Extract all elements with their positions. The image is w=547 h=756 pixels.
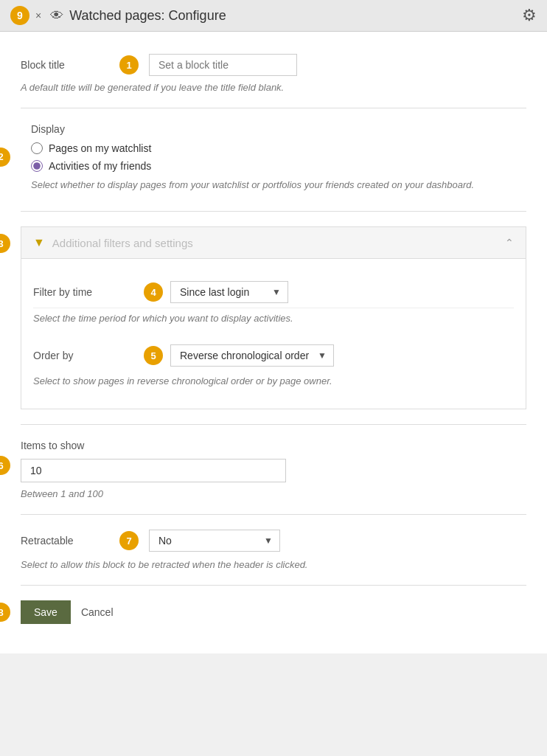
- filter-order-select[interactable]: Reverse chronological order By page owne…: [170, 344, 334, 367]
- filter-order-label: Order by: [33, 350, 136, 361]
- display-radio-group: Pages on my watchlist Activities of my f…: [31, 142, 474, 172]
- retractable-label: Retractable: [21, 535, 109, 547]
- filter-header-left: ▼ Additional filters and settings: [33, 236, 193, 249]
- step-badge-1: 1: [119, 55, 139, 74]
- filters-section: 3 ▼ Additional filters and settings ⌃ Fi…: [21, 212, 526, 425]
- retractable-section: Retractable 7 No Yes Yes, retracted init…: [21, 515, 526, 586]
- filter-header[interactable]: ▼ Additional filters and settings ⌃: [21, 227, 526, 259]
- filters-outer-row: 3 ▼ Additional filters and settings ⌃ Fi…: [21, 226, 526, 409]
- filter-order-select-wrapper: Reverse chronological order By page owne…: [170, 344, 334, 367]
- items-label: Items to show: [21, 440, 526, 451]
- filter-time-row: Filter by time 4 Since last login Last 2…: [33, 271, 514, 308]
- display-helper: Select whether to display pages from you…: [31, 179, 474, 190]
- page-content: Block title 1 A default title will be ge…: [0, 32, 547, 653]
- radio-watchlist[interactable]: Pages on my watchlist: [31, 142, 474, 154]
- footer-section: 8 Save Cancel: [21, 586, 526, 639]
- step-badge-6: 6: [0, 456, 10, 475]
- items-helper: Between 1 and 100: [21, 488, 526, 499]
- filter-time-helper: Select the time period for which you wan…: [33, 313, 514, 324]
- display-content: Display Pages on my watchlist Activities…: [31, 123, 474, 190]
- chevron-up-icon: ⌃: [505, 237, 514, 249]
- display-label: Display: [31, 123, 474, 135]
- retractable-select[interactable]: No Yes Yes, retracted initially: [149, 530, 280, 552]
- block-title-label: Block title: [21, 59, 109, 71]
- radio-watchlist-input[interactable]: [31, 142, 43, 154]
- retractable-helper: Select to allow this block to be retract…: [21, 559, 526, 570]
- filter-container: ▼ Additional filters and settings ⌃ Filt…: [21, 226, 526, 409]
- display-row: 2 Display Pages on my watchlist Activiti…: [21, 123, 526, 190]
- radio-friends-label: Activities of my friends: [49, 160, 151, 172]
- header-left: 9 × 👁 Watched pages: Configure: [10, 6, 226, 25]
- page-header: 9 × 👁 Watched pages: Configure ⚙: [0, 0, 547, 32]
- block-title-section: Block title 1 A default title will be ge…: [21, 46, 526, 108]
- step-badge-3: 3: [0, 234, 10, 253]
- cancel-link[interactable]: Cancel: [81, 606, 114, 618]
- items-content: Items to show Between 1 and 100: [21, 440, 526, 499]
- radio-friends-input[interactable]: [31, 160, 43, 172]
- block-title-helper: A default title will be generated if you…: [21, 82, 526, 93]
- filter-icon: ▼: [33, 236, 45, 249]
- block-title-input[interactable]: [149, 54, 297, 76]
- items-section: 6 Items to show Between 1 and 100: [21, 425, 526, 515]
- step-badge-5: 5: [144, 346, 163, 365]
- close-icon[interactable]: ×: [35, 10, 41, 21]
- eye-icon: 👁: [50, 8, 63, 24]
- display-section: 2 Display Pages on my watchlist Activiti…: [21, 108, 526, 212]
- step-badge-8: 8: [0, 603, 10, 622]
- gear-icon[interactable]: ⚙: [522, 6, 537, 25]
- filter-order-helper: Select to show pages in reverse chronolo…: [33, 375, 514, 386]
- radio-friends[interactable]: Activities of my friends: [31, 160, 474, 172]
- step-badge-7: 7: [119, 531, 139, 550]
- filter-body: Filter by time 4 Since last login Last 2…: [21, 259, 526, 409]
- filter-time-select-wrapper: Since last login Last 24 hours Last week…: [170, 281, 288, 303]
- step-badge-9: 9: [10, 6, 29, 25]
- step-badge-2: 2: [0, 148, 10, 167]
- filter-header-title: Additional filters and settings: [52, 237, 193, 249]
- radio-watchlist-label: Pages on my watchlist: [49, 142, 151, 154]
- filter-time-label: Filter by time: [33, 286, 136, 298]
- page-title: Watched pages: Configure: [69, 8, 226, 24]
- filter-time-select[interactable]: Since last login Last 24 hours Last week…: [170, 281, 288, 303]
- retractable-select-wrapper: No Yes Yes, retracted initially ▼: [149, 530, 280, 552]
- retractable-row: Retractable 7 No Yes Yes, retracted init…: [21, 530, 526, 552]
- step-badge-4: 4: [144, 282, 163, 302]
- items-input[interactable]: [21, 459, 286, 482]
- save-button[interactable]: Save: [21, 600, 71, 624]
- filter-order-row: Order by 5 Reverse chronological order B…: [33, 334, 514, 371]
- items-outer-row: 6 Items to show Between 1 and 100: [21, 440, 526, 499]
- block-title-row: Block title 1: [21, 54, 526, 76]
